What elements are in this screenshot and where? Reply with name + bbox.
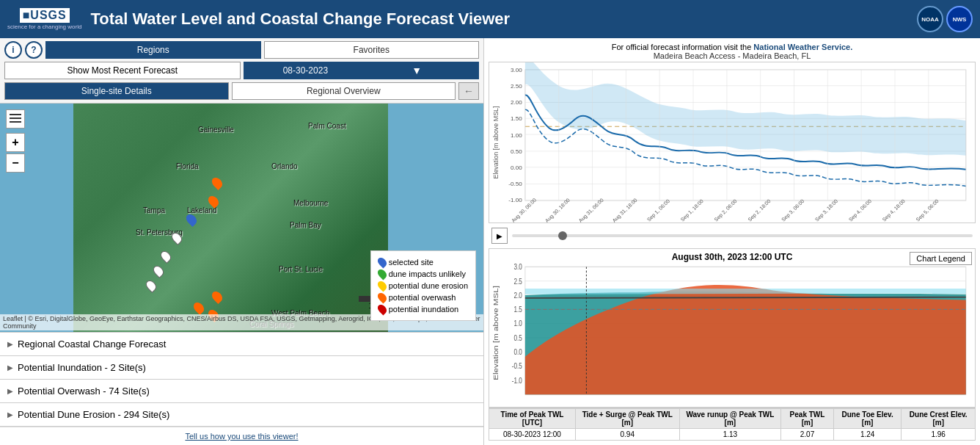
svg-text:2.0: 2.0 [513,292,522,300]
main-layout: i ? Regions Favorites Show Most Recent F… [0,38,980,445]
zoom-in-button[interactable]: + [6,133,25,152]
nws-logo: NWS [946,6,973,32]
view-regional-button[interactable]: Regional Overview [232,82,456,100]
legend-dot-overwash [376,292,388,304]
svg-text:Aug 30, 18:00: Aug 30, 18:00 [544,198,571,222]
right-header: For official forecast information visit … [489,43,976,60]
play-button[interactable]: ▶ [491,228,508,244]
city-label-florida: Florida [176,162,199,170]
accordion-header-2[interactable]: ▶ Potential Overwash - 74 Site(s) [0,380,483,402]
legend-label-overwash: potential overwash [389,293,456,302]
svg-text:-0.5: -0.5 [512,363,522,371]
accordion-header-0[interactable]: ▶ Regional Coastal Change Forecast [0,333,483,355]
controls-row-3: Single-site Details Regional Overview ← [4,82,479,100]
legend-dot-unlikely [376,268,388,281]
left-footer: Tell us how you use this viewer! [0,427,483,445]
svg-text:2.00: 2.00 [511,100,522,106]
back-button[interactable]: ← [458,82,479,100]
svg-text:2.50: 2.50 [511,83,522,90]
accordion-arrow-1: ▶ [7,363,13,372]
map-marker-8[interactable] [191,300,206,315]
chart-legend-button[interactable]: Chart Legend [910,252,972,265]
legend-label-dune-erosion: potential dune erosion [389,281,468,290]
svg-text:3.0: 3.0 [513,263,522,271]
svg-text:0.00: 0.00 [511,164,522,171]
zoom-out-button[interactable]: − [6,153,25,173]
timeline-slider[interactable] [512,234,973,237]
cell-tide-surge: 0.94 [575,429,679,441]
svg-line-73 [525,297,966,298]
accordion-header-1[interactable]: ▶ Potential Inundation - 2 Site(s) [0,356,483,379]
map-marker-4[interactable] [169,231,184,245]
site-name: Madeira Beach Access - Madeira Beach, FL [489,51,976,60]
app-title: Total Water Level and Coastal Change For… [90,10,917,29]
col-header-tide-surge: Tide + Surge @ Peak TWL [m] [575,409,679,429]
controls-bar: i ? Regions Favorites Show Most Recent F… [0,38,483,104]
accordion-header-3[interactable]: ▶ Potential Dune Erosion - 294 Site(s) [0,403,483,426]
svg-text:Sep 2, 06:00: Sep 2, 06:00 [713,198,738,222]
info-buttons: i ? [4,41,43,59]
svg-text:0.50: 0.50 [511,148,522,155]
help-button[interactable]: ? [25,41,43,59]
col-header-wave-runup: Wave runup @ Peak TWL [m] [679,409,781,429]
cell-peak-twl: 2.07 [781,429,834,441]
accordion-arrow-2: ▶ [7,387,13,395]
accordion: ▶ Regional Coastal Change Forecast ▶ Pot… [0,332,483,427]
show-recent-forecast-button[interactable]: Show Most Recent Forecast [4,62,241,79]
official-note: For official forecast information visit … [489,43,976,51]
map-marker-6[interactable] [151,264,166,278]
tab-regions[interactable]: Regions [45,41,261,59]
svg-text:Sep 4, 06:00: Sep 4, 06:00 [848,198,873,222]
controls-row-2: Show Most Recent Forecast 08-30-2023 ▼ [4,62,479,79]
svg-text:Sep 1, 18:00: Sep 1, 18:00 [679,198,704,222]
noaa-logo: NOAA [917,6,943,32]
top-chart: Elevation [m above MSL] 3.00 2.50 2.00 1… [489,62,976,223]
app-header: ■USGS science for a changing world Total… [0,0,980,38]
accordion-arrow-3: ▶ [7,410,13,419]
svg-text:Sep 3, 18:00: Sep 3, 18:00 [814,198,839,222]
city-label-port-stlucie: Port St. Lucie [279,265,323,273]
accordion-arrow-0: ▶ [7,340,13,348]
legend-label-selected: selected site [389,258,434,267]
accordion-item-0: ▶ Regional Coastal Change Forecast [0,333,483,356]
map-marker-2[interactable] [206,194,221,209]
info-button[interactable]: i [4,41,22,59]
map-marker-7[interactable] [144,278,158,293]
city-label-palm-bay: Palm Bay [290,221,321,229]
date-selector[interactable]: 08-30-2023 ▼ [244,62,480,79]
accordion-label-3: Potential Dune Erosion - 294 Site(s) [18,409,169,420]
svg-text:Sep 2, 18:00: Sep 2, 18:00 [747,198,772,222]
col-header-peak-twl: Peak TWL [m] [781,409,834,429]
map-container[interactable]: Gainesville Palm Coast Florida Orlando T… [0,104,483,332]
selected-date-label: 08-30-2023 [250,65,362,76]
legend-dot-dune-erosion [376,280,388,292]
map-marker-selected[interactable] [184,212,199,227]
map-marker-10[interactable] [210,289,224,304]
metrics-table: Time of Peak TWL [UTC] Tide + Surge @ Pe… [489,408,976,441]
nws-link[interactable]: National Weather Service. [753,43,852,51]
accordion-label-2: Potential Overwash - 74 Site(s) [18,386,150,397]
official-note-text: For official forecast information visit … [612,43,754,51]
svg-rect-0 [10,114,21,115]
svg-text:-1.00: -1.00 [508,197,522,203]
svg-text:Sep 1, 06:00: Sep 1, 06:00 [646,198,671,222]
legend-label-unlikely: dune impacts unlikely [389,269,466,278]
top-chart-svg: Elevation [m above MSL] 3.00 2.50 2.00 1… [489,62,975,222]
cell-time: 08-30-2023 12:00 [489,429,576,441]
tab-favorites[interactable]: Favorites [264,41,480,59]
svg-text:0.0: 0.0 [513,348,522,356]
svg-rect-1 [10,117,21,119]
svg-text:-1.0: -1.0 [512,377,522,385]
map-marker-1[interactable] [210,176,224,190]
map-marker-5[interactable] [158,249,173,264]
legend-dot-selected [376,256,388,269]
bottom-chart: August 30th, 2023 12:00 UTC Chart Legend… [489,248,976,408]
view-single-site-button[interactable]: Single-site Details [4,82,229,100]
map-legend-popup: selected site dune impacts unlikely pote… [370,250,476,321]
city-label-lakeland: Lakeland [187,206,217,214]
layer-toggle-button[interactable] [6,109,25,129]
feedback-link[interactable]: Tell us how you use this viewer! [185,432,298,441]
svg-text:1.0: 1.0 [513,320,522,328]
slider-thumb[interactable] [558,231,567,240]
accordion-item-3: ▶ Potential Dune Erosion - 294 Site(s) [0,403,483,427]
